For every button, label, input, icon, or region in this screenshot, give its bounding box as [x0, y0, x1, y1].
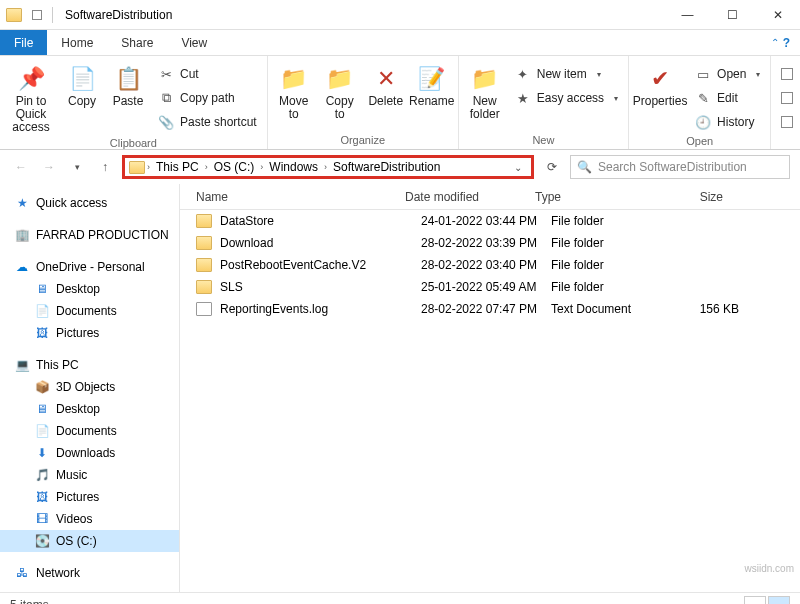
help-icon[interactable]: ? [783, 36, 790, 50]
properties-button[interactable]: ✔Properties [635, 59, 685, 108]
nav-quick-access[interactable]: ★Quick access [0, 192, 179, 214]
forward-button[interactable]: → [38, 156, 60, 178]
file-list: Name Date modified Type Size DataStore24… [180, 184, 800, 592]
nav-onedrive-desktop[interactable]: 🖥Desktop [0, 278, 179, 300]
shortcut-icon: 📎 [158, 114, 174, 130]
file-date: 24-01-2022 03:44 PM [421, 214, 551, 228]
file-row[interactable]: SLS25-01-2022 05:49 AMFile folder [180, 276, 800, 298]
address-dropdown-icon[interactable]: ⌄ [509, 162, 527, 173]
copy-to-button[interactable]: 📁Copy to [320, 59, 360, 121]
paste-shortcut-button[interactable]: 📎Paste shortcut [154, 111, 261, 133]
new-item-button[interactable]: ✦New item [511, 63, 622, 85]
file-row[interactable]: ReportingEvents.log28-02-2022 07:47 PMTe… [180, 298, 800, 320]
column-type[interactable]: Type [535, 190, 653, 204]
easy-access-button[interactable]: ★Easy access [511, 87, 622, 109]
column-name[interactable]: Name [180, 190, 405, 204]
group-label: Clipboard [6, 135, 261, 152]
rename-icon: 📝 [418, 65, 446, 93]
invert-selection-button[interactable]: Invert selection [777, 111, 800, 133]
file-row[interactable]: PostRebootEventCache.V228-02-2022 03:40 … [180, 254, 800, 276]
up-button[interactable]: ↑ [94, 156, 116, 178]
nav-onedrive-documents[interactable]: 📄Documents [0, 300, 179, 322]
nav-onedrive[interactable]: ☁OneDrive - Personal [0, 256, 179, 278]
nav-farrad[interactable]: 🏢FARRAD PRODUCTION [0, 224, 179, 246]
group-label: New [465, 132, 622, 149]
minimize-button[interactable]: — [665, 0, 710, 30]
thumbnails-view-button[interactable] [768, 596, 790, 605]
maximize-button[interactable]: ☐ [710, 0, 755, 30]
refresh-button[interactable]: ⟳ [540, 156, 564, 178]
tab-view[interactable]: View [167, 30, 221, 55]
collapse-ribbon-icon[interactable]: ⌃ [771, 37, 779, 48]
nav-videos[interactable]: 🎞Videos [0, 508, 179, 530]
nav-this-pc[interactable]: 💻This PC [0, 354, 179, 376]
edit-button[interactable]: ✎Edit [691, 87, 764, 109]
file-date: 28-02-2022 03:39 PM [421, 236, 551, 250]
copy-path-icon: ⧉ [158, 90, 174, 106]
status-bar: 5 items [0, 592, 800, 604]
copy-path-button[interactable]: ⧉Copy path [154, 87, 261, 109]
file-row[interactable]: Download28-02-2022 03:39 PMFile folder [180, 232, 800, 254]
pin-to-quick-access-button[interactable]: 📌 Pin to Quick access [6, 59, 56, 135]
breadcrumb-item[interactable]: Windows [265, 160, 322, 174]
ribbon-group-organize: 📁Move to 📁Copy to ✕Delete 📝Rename Organi… [268, 56, 459, 149]
ribbon: 📌 Pin to Quick access 📄 Copy 📋 Paste ✂Cu… [0, 56, 800, 150]
column-size[interactable]: Size [653, 190, 733, 204]
cut-button[interactable]: ✂Cut [154, 63, 261, 85]
file-name: DataStore [220, 214, 421, 228]
invert-selection-icon [781, 116, 793, 128]
breadcrumb-item[interactable]: This PC [152, 160, 203, 174]
drive-icon: 💽 [34, 534, 50, 548]
nav-documents[interactable]: 📄Documents [0, 420, 179, 442]
close-button[interactable]: ✕ [755, 0, 800, 30]
tab-file[interactable]: File [0, 30, 47, 55]
tab-share[interactable]: Share [107, 30, 167, 55]
paste-icon: 📋 [114, 65, 142, 93]
nav-music[interactable]: 🎵Music [0, 464, 179, 486]
separator [52, 7, 53, 23]
videos-icon: 🎞 [34, 512, 50, 526]
ribbon-tabs: File Home Share View ⌃ ? [0, 30, 800, 56]
select-all-button[interactable]: Select all [777, 63, 800, 85]
documents-icon: 📄 [34, 304, 50, 318]
3d-icon: 📦 [34, 380, 50, 394]
downloads-icon: ⬇ [34, 446, 50, 460]
file-name: SLS [220, 280, 421, 294]
file-row[interactable]: DataStore24-01-2022 03:44 PMFile folder [180, 210, 800, 232]
open-button[interactable]: ▭Open [691, 63, 764, 85]
address-bar[interactable]: › This PC › OS (C:) › Windows › Software… [122, 155, 534, 179]
chevron-right-icon[interactable]: › [147, 162, 150, 172]
properties-icon: ✔ [646, 65, 674, 93]
nav-pictures[interactable]: 🖼Pictures [0, 486, 179, 508]
qat-button[interactable] [32, 10, 42, 20]
column-date[interactable]: Date modified [405, 190, 535, 204]
nav-os-c[interactable]: 💽OS (C:) [0, 530, 179, 552]
watermark: wsiidn.com [745, 563, 794, 574]
new-folder-button[interactable]: 📁New folder [465, 59, 505, 121]
paste-button[interactable]: 📋 Paste [108, 59, 148, 108]
chevron-right-icon[interactable]: › [324, 162, 327, 172]
recent-locations-button[interactable]: ▾ [66, 156, 88, 178]
nav-network[interactable]: 🖧Network [0, 562, 179, 584]
copy-button[interactable]: 📄 Copy [62, 59, 102, 108]
nav-onedrive-pictures[interactable]: 🖼Pictures [0, 322, 179, 344]
chevron-right-icon[interactable]: › [205, 162, 208, 172]
group-label: Open [635, 133, 764, 150]
tab-home[interactable]: Home [47, 30, 107, 55]
delete-button[interactable]: ✕Delete [366, 59, 406, 108]
back-button[interactable]: ← [10, 156, 32, 178]
edit-icon: ✎ [695, 90, 711, 106]
delete-icon: ✕ [372, 65, 400, 93]
details-view-button[interactable] [744, 596, 766, 605]
rename-button[interactable]: 📝Rename [412, 59, 452, 108]
breadcrumb-item[interactable]: OS (C:) [210, 160, 259, 174]
chevron-right-icon[interactable]: › [260, 162, 263, 172]
history-button[interactable]: 🕘History [691, 111, 764, 133]
nav-3d-objects[interactable]: 📦3D Objects [0, 376, 179, 398]
search-input[interactable]: 🔍 Search SoftwareDistribution [570, 155, 790, 179]
nav-downloads[interactable]: ⬇Downloads [0, 442, 179, 464]
nav-desktop[interactable]: 🖥Desktop [0, 398, 179, 420]
breadcrumb-item[interactable]: SoftwareDistribution [329, 160, 444, 174]
move-to-button[interactable]: 📁Move to [274, 59, 314, 121]
select-none-button[interactable]: Select none [777, 87, 800, 109]
